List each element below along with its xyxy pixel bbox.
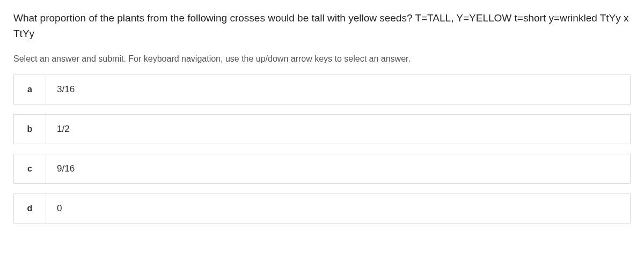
option-text: 1/2 xyxy=(46,115,630,144)
option-a[interactable]: a 3/16 xyxy=(13,75,631,105)
options-container: a 3/16 b 1/2 c 9/16 d 0 xyxy=(13,75,631,224)
question-text: What proportion of the plants from the f… xyxy=(13,11,631,41)
instruction-text: Select an answer and submit. For keyboar… xyxy=(13,54,631,64)
option-letter: d xyxy=(14,194,46,223)
option-text: 3/16 xyxy=(46,75,630,104)
option-letter: a xyxy=(14,75,46,104)
option-b[interactable]: b 1/2 xyxy=(13,114,631,144)
option-letter: b xyxy=(14,115,46,144)
option-text: 9/16 xyxy=(46,154,630,183)
option-c[interactable]: c 9/16 xyxy=(13,154,631,184)
option-text: 0 xyxy=(46,194,630,223)
option-d[interactable]: d 0 xyxy=(13,193,631,224)
option-letter: c xyxy=(14,154,46,183)
